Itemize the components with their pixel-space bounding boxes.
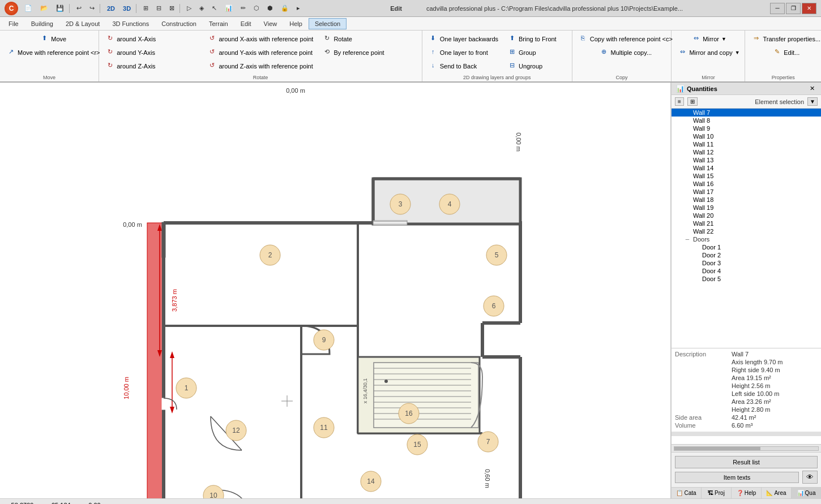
tree-item-wall22[interactable]: Wall 22 [672,227,821,235]
tree-item-wall20[interactable]: Wall 20 [672,212,821,219]
view2-button[interactable]: ◈ [196,3,207,14]
bring-front-button[interactable]: ⬆ Bring to Front [503,33,570,45]
ungroup-button[interactable]: ⊟ Ungroup [503,60,570,72]
ribbon-rotate-buttons: ↻ around X-Axis ↺ around X-axis with ref… [101,32,420,74]
tree-item-wall11[interactable]: Wall 11 [672,140,821,148]
tree-item-wall10[interactable]: Wall 10 [672,132,821,140]
one-layer-front-button[interactable]: ↑ One layer to front [425,46,502,59]
wall10-label: Wall 10 [693,133,713,140]
mirror-copy-icon: ⇔ [678,48,687,57]
tree-item-wall8[interactable]: Wall 8 [672,117,821,124]
menu-help[interactable]: Help [283,18,309,29]
element-dropdown-button[interactable]: ▼ [807,97,818,106]
cursor-button[interactable]: ↖ [209,3,220,14]
send-back-button[interactable]: ↓ Send to Back [425,60,502,72]
quantities-icon: 📊 [676,85,685,93]
tree-item-wall14[interactable]: Wall 14 [672,164,821,172]
save-button[interactable]: 💾 [53,3,67,14]
draw3-button[interactable]: ⬢ [264,3,276,14]
svg-rect-25 [374,363,478,428]
copy-ref-button[interactable]: ⎘ Copy with reference point <c> [575,33,677,45]
eye-button[interactable]: 👁 [802,471,818,484]
rotate-button[interactable]: ↻ Rotate [318,33,419,45]
view1-button[interactable]: ▷ [184,3,194,14]
tree-item-wall17[interactable]: Wall 17 [672,188,821,196]
chart-button[interactable]: 📊 [222,3,236,14]
rotate-x-button[interactable]: ↻ around X-Axis [101,33,202,45]
tree-item-wall16[interactable]: Wall 16 [672,180,821,188]
rotate-z-button[interactable]: ↻ around Z-Axis [101,60,202,72]
redo-button[interactable]: ↪ [87,3,97,14]
undo-button[interactable]: ↩ [74,3,84,14]
rotate-x-ref-button[interactable]: ↺ around X-axis with reference point [203,33,317,45]
tree-item-wall7[interactable]: Wall 7 [672,109,821,117]
floor-plan-canvas[interactable]: 0,00 m 0,00 m 0,00 m 10,00 m 3,873 m 0,9… [0,83,670,498]
tab-project[interactable]: 🏗 Proj [702,488,732,498]
door5-label: Door 5 [702,275,721,282]
menu-construction[interactable]: Construction [155,18,203,29]
menu-building[interactable]: Building [25,18,59,29]
list-view-button[interactable]: ≡ [675,97,684,106]
tab-area[interactable]: 📐 Area [762,488,792,498]
tree-item-door2[interactable]: Door 2 [672,251,821,259]
close-button[interactable]: ✕ [802,3,816,14]
menu-edit[interactable]: Edit [234,18,258,29]
detail-view-button[interactable]: ⊞ [687,97,698,106]
rotate-by-ref-button[interactable]: ⟲ By reference point [318,46,419,59]
grid2-button[interactable]: ⊟ [153,3,164,14]
menu-2d-layout[interactable]: 2D & Layout [59,18,106,29]
svg-rect-42 [162,398,165,410]
tree-item-wall15[interactable]: Wall 15 [672,172,821,180]
group-button[interactable]: ⊞ Group [503,46,570,59]
tree-item-door5[interactable]: Door 5 [672,275,821,283]
mirror-button[interactable]: ⇔ Mirror ▼ [687,33,730,45]
tree-item-wall19[interactable]: Wall 19 [672,204,821,212]
draw1-button[interactable]: ✏ [238,3,249,14]
canvas-area[interactable]: 0,00 m 0,00 m 0,00 m 10,00 m 3,873 m 0,9… [0,83,671,498]
tab-catalog[interactable]: 📋 Cata [672,488,702,498]
tree-item-wall18[interactable]: Wall 18 [672,196,821,204]
tree-item-wall12[interactable]: Wall 12 [672,148,821,156]
minimize-button[interactable]: ─ [770,3,785,14]
tree-item-wall13[interactable]: Wall 13 [672,156,821,164]
edit-button[interactable]: ✎ Edit... [768,46,803,59]
tree-group-doors[interactable]: ─ Doors [672,235,821,243]
one-layer-back-button[interactable]: ⬇ One layer backwards [425,33,502,45]
menu-file[interactable]: File [2,18,25,29]
result-list-button[interactable]: Result list [675,456,818,468]
grid1-button[interactable]: ⊞ [140,3,151,14]
panel-close-button[interactable]: ✕ [808,84,816,93]
item-texts-button[interactable]: Item texts [675,472,799,483]
draw2-button[interactable]: ⬡ [251,3,262,14]
menu-3d-functions[interactable]: 3D Functions [106,18,155,29]
2d-button[interactable]: 2D [104,3,118,14]
menu-view[interactable]: View [258,18,284,29]
menu-selection[interactable]: Selection [309,18,347,29]
tree-item-door3[interactable]: Door 3 [672,259,821,267]
multi-copy-button[interactable]: ⊕ Multiple copy... [596,46,656,59]
tab-quantities[interactable]: 📊 Qua [792,488,821,498]
menu-terrain[interactable]: Terrain [203,18,234,29]
move-button[interactable]: ⬆ Move [36,33,70,45]
room-4-label: 4 [448,200,452,208]
transfer-props-button[interactable]: ⇒ Transfer properties... [747,33,821,45]
tree-item-door1[interactable]: Door 1 [672,243,821,251]
more-button[interactable]: ▸ [294,3,303,14]
top-right-measurement: 0,00 m [515,132,522,152]
element-tree[interactable]: Wall 7 Wall 8 Wall 9 Wall 10 Wall 11 [672,109,821,348]
new-button[interactable]: 📄 [22,3,35,14]
tree-item-wall21[interactable]: Wall 21 [672,219,821,227]
rotate-y-ref-button[interactable]: ↺ around Y-axis with reference point [203,46,317,59]
rotate-y-button[interactable]: ↻ around Y-Axis [101,46,202,59]
open-button[interactable]: 📂 [37,3,51,14]
rotate-z-ref-button[interactable]: ↺ around Z-axis with reference point [203,60,317,72]
tree-item-door4[interactable]: Door 4 [672,267,821,275]
grid3-button[interactable]: ⊠ [166,3,177,14]
tab-help[interactable]: ❓ Help [732,488,762,498]
restore-button[interactable]: ❐ [786,3,801,14]
lock-button[interactable]: 🔒 [278,3,292,14]
tree-item-wall9[interactable]: Wall 9 [672,124,821,132]
3d-button[interactable]: 3D [120,3,134,14]
mirror-copy-button[interactable]: ⇔ Mirror and copy ▼ [674,46,743,59]
move-ref-button[interactable]: ↗ Move with reference point <r> [2,46,104,59]
